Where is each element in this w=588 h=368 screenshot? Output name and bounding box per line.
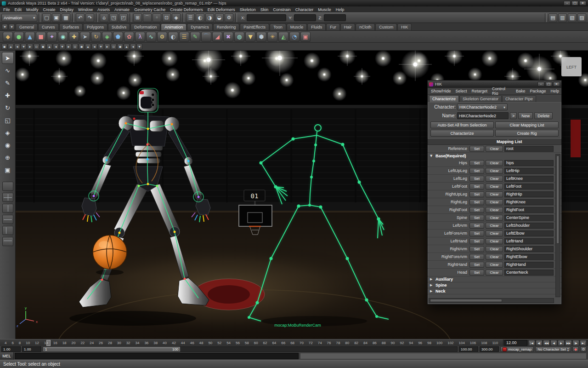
range-slider-track[interactable]: 1 100 [43, 346, 458, 352]
shelf-tab-hik[interactable]: HIK [397, 23, 412, 30]
layout-shortcut-single-pane[interactable] [2, 182, 13, 191]
mapping-value-field[interactable]: RightKnee [504, 199, 554, 205]
hik-tab-skeleton-generator[interactable]: Skeleton Generator [459, 95, 502, 102]
menu-modify[interactable]: Modify [24, 7, 41, 12]
playback-end-field[interactable]: 100.00 [459, 346, 478, 352]
panel-toolbar-icon[interactable]: ▫ [34, 44, 40, 50]
make-object-live-icon[interactable]: ◈ [172, 13, 181, 22]
panel-toolbar-icon[interactable]: ▸ [104, 44, 110, 50]
snap-to-curves-icon[interactable]: ⌒ [143, 13, 152, 22]
set-button[interactable]: Set [469, 215, 484, 221]
menu-set-dropdown[interactable]: Animation ▾ [1, 14, 37, 22]
shelf-tab-fluids[interactable]: Fluids [307, 23, 326, 30]
hik-menu-package[interactable]: Package [527, 89, 548, 93]
set-button[interactable]: Set [469, 230, 484, 236]
menu-geometry-cache[interactable]: Geometry Cache [132, 7, 168, 12]
mapping-value-field[interactable]: RightHand [504, 262, 554, 268]
go-to-playback-end-button[interactable]: ▶| [580, 340, 587, 346]
shelf-icon[interactable]: ✚ [69, 32, 79, 42]
set-button[interactable]: Set [469, 168, 484, 174]
auto-keyframe-toggle[interactable]: ◆ [572, 346, 579, 352]
character-set-button[interactable]: mocap_remap [500, 346, 534, 352]
coord-field-x[interactable] [247, 14, 286, 21]
animation-end-field[interactable]: 300.00 [480, 346, 499, 352]
characterize-button[interactable]: Characterize [430, 130, 494, 137]
shelf-icon[interactable]: ∿ [146, 32, 156, 42]
menu-help[interactable]: Help [334, 7, 347, 12]
shelf-icon[interactable]: ⌒ [201, 32, 211, 42]
shelf-icon[interactable]: ✎ [190, 32, 200, 42]
panel-toolbar-icon[interactable]: ◂ [14, 44, 20, 50]
lasso-select-tool-icon[interactable]: ∿ [2, 64, 14, 76]
section-auxiliary[interactable]: Auxiliary [428, 276, 561, 282]
render-view-icon[interactable]: ◐ [196, 13, 204, 22]
soft-modification-tool-icon[interactable]: ◉ [2, 139, 14, 151]
layout-shortcut-two-pane-stacked[interactable] [2, 215, 13, 224]
section-spine[interactable]: Spine [428, 282, 561, 288]
mapping-value-field[interactable]: CenterSpine [504, 215, 554, 221]
clear-button[interactable]: Clear [486, 270, 503, 276]
panel-toolbar-icon[interactable]: ▾ [59, 44, 65, 50]
shelf-icon[interactable]: ◭ [278, 32, 288, 42]
panel-toolbar-icon[interactable]: ▪ [40, 44, 46, 50]
hik-tab-character-pipe[interactable]: Character Pipe [502, 95, 536, 102]
mapping-value-field[interactable]: RightElbow [504, 254, 554, 260]
shelf-icon[interactable]: ◉ [58, 32, 68, 42]
shelf-icon[interactable]: ⬢ [256, 32, 266, 42]
set-button[interactable]: Set [469, 223, 484, 229]
snap-to-view-planes-icon[interactable]: ⊡ [162, 13, 171, 22]
mapping-value-field[interactable]: LeftHand [504, 238, 554, 244]
animation-preferences-button[interactable]: ⚙ [580, 346, 587, 352]
shelf-tab-hair[interactable]: Hair [340, 23, 356, 30]
shelf-icon[interactable]: ● [14, 32, 24, 42]
hik-menu-show-hide[interactable]: Show/Hide [429, 89, 453, 93]
panel-toolbar-icon[interactable]: ▪ [1, 44, 7, 50]
section-neck[interactable]: Neck [428, 288, 561, 294]
clear-button[interactable]: Clear [486, 168, 503, 174]
menu-edit[interactable]: Edit [12, 7, 24, 12]
show-channel-box-icon[interactable]: ▤ [548, 13, 557, 22]
menu-assets[interactable]: Assets [95, 7, 112, 12]
clear-button[interactable]: Clear [486, 262, 503, 268]
shelf-tab-general[interactable]: General [16, 23, 38, 30]
set-button[interactable]: Set [469, 191, 484, 197]
shelf-icon[interactable]: ◈ [102, 32, 112, 42]
select-by-object-icon[interactable]: ◳ [109, 13, 118, 22]
panel-toolbar-icon[interactable]: ◂ [91, 44, 97, 50]
snap-to-points-icon[interactable]: ◦ [153, 13, 161, 22]
menu-window[interactable]: Window [76, 7, 95, 12]
layout-shortcut-two-pane-side[interactable] [2, 204, 13, 213]
auto-set-all-button[interactable]: Auto-Set All from Selection [430, 121, 494, 128]
ipr-render-icon[interactable]: ◒ [215, 13, 224, 22]
panel-toolbar-icon[interactable]: ▴ [46, 44, 52, 50]
reference-clear-button[interactable]: Clear [486, 146, 503, 152]
scrollbar-thumb[interactable] [556, 155, 560, 244]
construction-history-icon[interactable]: ☰ [186, 13, 195, 22]
mapping-value-field[interactable]: RightHip [504, 191, 554, 197]
universal-manipulator-tool-icon[interactable]: ◈ [2, 126, 14, 138]
time-slider-track[interactable]: 4681012141618202224262830323436384042444… [0, 339, 503, 346]
shelf-icon[interactable]: ↻ [91, 32, 101, 42]
layout-shortcut-four-pane[interactable] [2, 193, 13, 202]
redo-icon[interactable]: ↷ [85, 13, 94, 22]
hik-menu-control-rig[interactable]: Control Rig [490, 86, 514, 96]
shelf-tab-surfaces[interactable]: Surfaces [59, 23, 83, 30]
panel-toolbar-icon[interactable]: ▪ [79, 44, 85, 50]
clear-button[interactable]: Clear [486, 230, 503, 236]
select-tool-icon[interactable]: ➤ [2, 52, 14, 64]
open-scene-icon[interactable]: ▣ [52, 13, 61, 22]
shelf-icon[interactable]: ⬟ [113, 32, 123, 42]
hik-close-button[interactable]: ✕ [553, 82, 560, 86]
new-button[interactable]: New [518, 112, 533, 119]
panel-toolbar-icon[interactable]: ◂ [53, 44, 59, 50]
snap-to-grids-icon[interactable]: ⊞ [133, 13, 142, 22]
panel-toolbar-icon[interactable]: ▾ [136, 44, 142, 50]
menu-display[interactable]: Display [58, 7, 76, 12]
layout-shortcut-persp-graph[interactable] [2, 237, 13, 246]
step-back-one-key-button[interactable]: ◀◀ [543, 340, 550, 346]
hik-maximize-button[interactable]: □ [545, 82, 552, 86]
mapping-value-field[interactable]: RightFoot [504, 207, 554, 213]
menu-constrain[interactable]: Constrain [271, 7, 293, 12]
name-field[interactable]: HIKCharacterNode2 [457, 112, 509, 119]
play-backwards-button[interactable]: ◀ [550, 340, 557, 346]
